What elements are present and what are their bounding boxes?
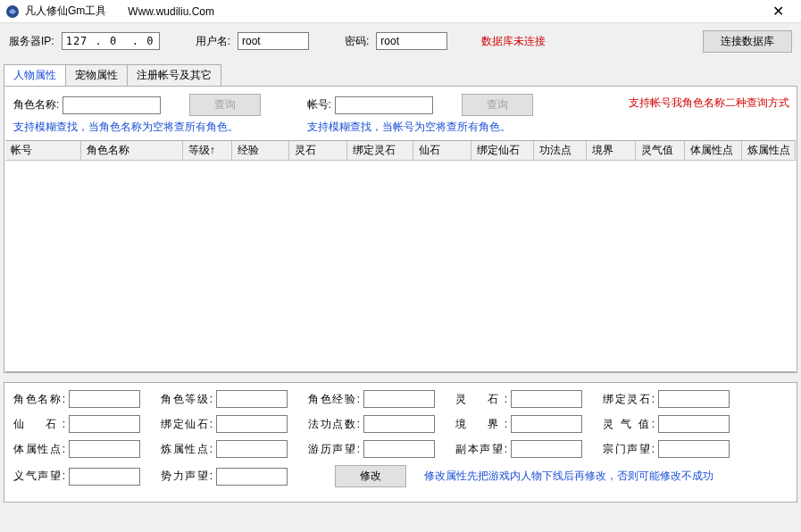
- edit-yiqi[interactable]: [69, 468, 140, 486]
- lbl-rolename: 角色名称:: [13, 392, 65, 407]
- lbl-lingqi: 灵 气 值:: [603, 417, 655, 432]
- account-input[interactable]: [335, 96, 433, 114]
- col-exp[interactable]: 经验: [232, 141, 290, 160]
- edit-zongmen[interactable]: [658, 440, 730, 458]
- title-bar: 凡人修仙Gm工具 Www.wudiliu.Com ✕: [0, 0, 801, 23]
- query-role-button[interactable]: 查询: [189, 94, 261, 116]
- main-panel: 角色名称: 查询 支持模糊查找，当角色名称为空将查所有角色。 帐号: 查询 支持…: [4, 86, 797, 373]
- lbl-bindlingshi: 绑定灵石:: [603, 392, 655, 407]
- tab-bar: 人物属性 宠物属性 注册帐号及其它: [0, 64, 801, 86]
- edit-level[interactable]: [216, 390, 288, 408]
- lbl-gongfa: 法功点数:: [308, 417, 360, 432]
- edit-lingshi[interactable]: [511, 390, 582, 408]
- edit-tishu[interactable]: [69, 440, 140, 458]
- close-icon[interactable]: ✕: [760, 3, 796, 20]
- col-level[interactable]: 等级↑: [183, 141, 232, 160]
- hint-right: 支持帐号我角色名称二种查询方式: [629, 96, 789, 109]
- col-jingjie[interactable]: 境界: [587, 141, 636, 160]
- lbl-zongmen: 宗门声望:: [603, 442, 655, 457]
- connect-db-button[interactable]: 连接数据库: [703, 30, 792, 53]
- lbl-shili: 势力声望:: [161, 469, 213, 484]
- username-label: 用户名:: [196, 34, 230, 49]
- edit-rolename[interactable]: [69, 390, 140, 408]
- edit-exp[interactable]: [363, 390, 435, 408]
- role-name-label: 角色名称:: [13, 97, 59, 112]
- account-label: 帐号:: [307, 97, 331, 112]
- window-title: 凡人修仙Gm工具: [25, 4, 106, 19]
- col-gongfa[interactable]: 功法点: [534, 141, 588, 160]
- edit-gongfa[interactable]: [363, 415, 435, 433]
- lbl-lianshu: 炼属性点:: [161, 442, 213, 457]
- edit-youli[interactable]: [363, 440, 435, 458]
- edit-xianshi[interactable]: [69, 415, 140, 433]
- modify-warning: 修改属性先把游戏内人物下线后再修改，否则可能修改不成功: [424, 469, 713, 484]
- grid-header: 帐号 角色名称 等级↑ 经验 灵石 绑定灵石 仙石 绑定仙石 功法点 境界 灵气…: [5, 141, 796, 161]
- db-status: 数据库未连接: [481, 34, 696, 49]
- col-tishu[interactable]: 体属性点: [685, 141, 743, 160]
- modify-button[interactable]: 修改: [335, 465, 406, 487]
- query-account-button[interactable]: 查询: [462, 94, 533, 116]
- col-bindxianshi[interactable]: 绑定仙石: [471, 141, 534, 160]
- tab-character[interactable]: 人物属性: [4, 64, 66, 86]
- hint-account: 支持模糊查找，当帐号为空将查所有角色。: [298, 118, 592, 140]
- lbl-yiqi: 义气声望:: [13, 469, 65, 484]
- result-grid[interactable]: 帐号 角色名称 等级↑ 经验 灵石 绑定灵石 仙石 绑定仙石 功法点 境界 灵气…: [5, 140, 796, 372]
- col-xianshi[interactable]: 仙石: [413, 141, 471, 160]
- edit-bindlingshi[interactable]: [658, 390, 730, 408]
- col-lingshi[interactable]: 灵石: [289, 141, 347, 160]
- edit-bindxianshi[interactable]: [216, 415, 288, 433]
- lbl-fuben: 副本声望:: [455, 442, 507, 457]
- edit-lianshu[interactable]: [216, 440, 288, 458]
- password-input[interactable]: [376, 32, 447, 50]
- edit-fuben[interactable]: [511, 440, 582, 458]
- connection-row: 服务器IP: 用户名: 密码: 数据库未连接 连接数据库: [0, 23, 801, 59]
- edit-jingjie[interactable]: [511, 415, 582, 433]
- hint-role: 支持模糊查找，当角色名称为空将查所有角色。: [4, 118, 298, 140]
- lbl-exp: 角色经验:: [308, 392, 360, 407]
- lbl-jingjie: 境 界:: [455, 417, 507, 432]
- col-account[interactable]: 帐号: [5, 141, 81, 160]
- edit-lingqi[interactable]: [658, 415, 730, 433]
- col-rolename[interactable]: 角色名称: [81, 141, 183, 160]
- col-lingqi[interactable]: 灵气值: [636, 141, 685, 160]
- lbl-bindxianshi: 绑定仙石:: [161, 417, 213, 432]
- edit-panel: 角色名称: 角色等级: 角色经验: 灵 石: 绑定灵石: 仙 石: 绑定仙石: …: [4, 382, 797, 503]
- server-ip-input[interactable]: [62, 32, 160, 50]
- role-name-input[interactable]: [63, 96, 161, 114]
- col-bindlingshi[interactable]: 绑定灵石: [347, 141, 414, 160]
- tab-pet[interactable]: 宠物属性: [65, 64, 128, 86]
- lbl-level: 角色等级:: [161, 392, 213, 407]
- edit-shili[interactable]: [216, 468, 288, 486]
- tab-account[interactable]: 注册帐号及其它: [127, 64, 221, 86]
- app-icon: [5, 4, 20, 19]
- ip-label: 服务器IP:: [9, 34, 54, 49]
- lbl-xianshi: 仙 石:: [13, 417, 65, 432]
- lbl-lingshi: 灵 石:: [455, 392, 507, 407]
- lbl-tishu: 体属性点:: [13, 442, 65, 457]
- username-input[interactable]: [238, 32, 309, 50]
- password-label: 密码:: [345, 34, 369, 49]
- lbl-youli: 游历声望:: [308, 442, 360, 457]
- window-url: Www.wudiliu.Com: [128, 5, 760, 18]
- col-lianshu[interactable]: 炼属性点: [742, 141, 796, 160]
